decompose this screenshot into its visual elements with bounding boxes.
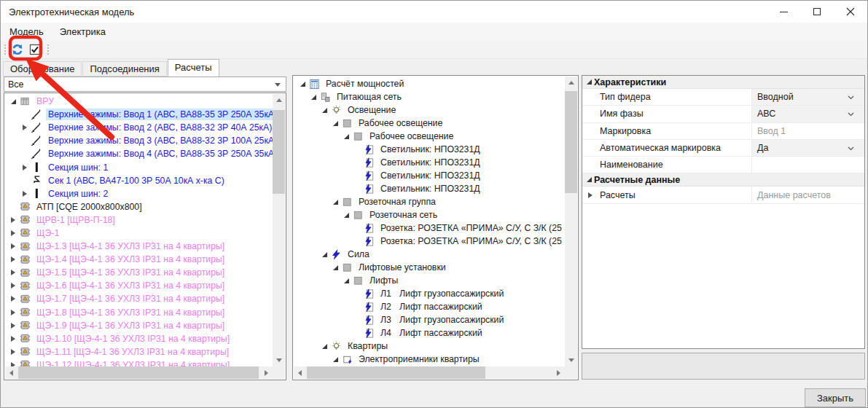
scrollbar-thumb[interactable] <box>273 110 285 194</box>
tree-item[interactable]: Л3Лифт грузопассажирский <box>294 313 565 326</box>
tree-item[interactable]: Светильник: НПО3231Д <box>294 143 565 156</box>
vertical-scrollbar[interactable] <box>565 76 577 366</box>
tree-item[interactable]: Верхние зажимы: Ввод 3 (АВС, ВА88-32 3Р … <box>5 134 273 147</box>
tree-expander-icon[interactable] <box>341 134 351 139</box>
scrollbar-thumb[interactable] <box>565 91 577 193</box>
tree-expander-icon[interactable] <box>8 256 18 262</box>
property-section-header[interactable]: Характеристики <box>582 76 864 89</box>
property-value[interactable]: Данные расчетов <box>752 187 864 203</box>
tree-item[interactable]: Сек 1 (АВС, ВА47-100 3Р 50А 10кА х-ка С) <box>5 174 273 187</box>
tree-expander-icon[interactable] <box>330 357 340 362</box>
tree-item[interactable]: Светильник: НПО3231Д <box>294 182 565 195</box>
tree-expander-icon[interactable] <box>8 243 18 249</box>
scroll-down-button[interactable] <box>273 354 285 366</box>
tree-item[interactable]: АТП [CQE 2000x800x800] <box>5 200 273 213</box>
tree-expander-icon[interactable] <box>341 213 351 218</box>
tree-item[interactable]: Лифтовые установки <box>294 261 565 274</box>
property-dropdown[interactable]: АВС <box>752 106 864 122</box>
menu-item[interactable]: Электрика <box>52 26 113 37</box>
horizontal-scrollbar[interactable] <box>5 366 273 379</box>
toolbar-grip[interactable] <box>46 43 50 56</box>
tree-item[interactable]: ЩЭ-1.9 [ЩЭ-4-1 36 УХЛ3 IP31 на 4 квартир… <box>5 319 273 332</box>
tree-item[interactable]: ЩЭ-1.4 [ЩЭ-4-1 36 УХЛ3 IP31 на 4 квартир… <box>5 253 273 266</box>
tree-item[interactable]: Секция шин: 1 <box>5 160 273 173</box>
tree-item[interactable]: Розетка: РОЗЕТКА «ПРИМА» С/У, С З/К (25 <box>294 235 565 248</box>
tree-expander-icon[interactable] <box>8 323 18 329</box>
tree-item[interactable]: Освещение <box>294 103 565 117</box>
tree-item[interactable]: Светильник: НПО3231Д <box>294 169 565 182</box>
tree-expander-icon[interactable] <box>8 349 18 355</box>
scroll-right-button[interactable] <box>552 366 565 379</box>
tree-item[interactable]: ЩЭ-1.5 [ЩЭ-4-1 36 УХЛ3 IP31 на 4 квартир… <box>5 266 273 279</box>
refresh-button[interactable] <box>9 42 26 58</box>
tree-expander-icon[interactable] <box>330 265 340 270</box>
tree-expander-icon[interactable] <box>8 336 18 342</box>
tree-item[interactable]: Расчёт мощностей <box>294 77 565 90</box>
tree-item[interactable]: ЩРВ-1 [ЩРВ-П-18] <box>5 213 273 227</box>
filter-combobox[interactable]: Все <box>4 76 286 92</box>
tree-item[interactable]: Сила <box>294 248 565 261</box>
tree-item[interactable]: Лифты <box>294 274 565 287</box>
close-button[interactable]: Закрыть <box>805 388 866 407</box>
scroll-down-button[interactable] <box>565 354 577 366</box>
tree-item[interactable]: ЩЭ-1.8 [ЩЭ-4-1 36 УХЛ3 IP31 на 4 квартир… <box>5 306 273 319</box>
tree-item[interactable]: ВРУ <box>5 95 273 108</box>
tree-item[interactable]: ЩЭ-1.7 [ЩЭ-4-1 36 УХЛ3 IP31 на 4 квартир… <box>5 292 273 305</box>
property-value[interactable]: Ввод 1 <box>752 123 864 139</box>
tree-item[interactable]: Л1Лифт грузопассажирский <box>294 287 565 300</box>
tree-expander-icon[interactable] <box>341 278 351 283</box>
tree-item[interactable]: Л2Лифт пассажирский <box>294 300 565 313</box>
tree-expander-icon[interactable] <box>8 310 18 315</box>
tree-expander-icon[interactable] <box>319 252 329 257</box>
tree-item[interactable]: Розетка: РОЗЕТКА «ПРИМА» С/У, С З/К (25 <box>294 221 565 235</box>
tree-expander-icon[interactable] <box>8 99 18 104</box>
property-value[interactable] <box>752 157 864 173</box>
scroll-left-button[interactable] <box>5 366 17 379</box>
property-section-header[interactable]: Расчетные данные <box>582 173 864 187</box>
tree-expander-icon[interactable] <box>20 191 30 197</box>
tree-item[interactable]: ЩЭ-1 <box>5 227 273 240</box>
tree-item[interactable]: ЩЭ-1.10 [ЩЭ-4-1 36 УХЛ3 IP31 на 4 кварти… <box>5 332 273 345</box>
vertical-scrollbar[interactable] <box>273 94 285 366</box>
tree-item[interactable]: Электроприемники квартиры <box>294 353 565 366</box>
tree-item[interactable]: ЩЭ-1.3 [ЩЭ-4-1 36 УХЛ3 IP31 на 4 квартир… <box>5 240 273 253</box>
tree-expander-icon[interactable] <box>8 283 18 289</box>
tree-expander-icon[interactable] <box>330 121 340 126</box>
scroll-up-button[interactable] <box>273 94 285 106</box>
maximize-button[interactable] <box>800 1 834 23</box>
property-dropdown[interactable]: Да <box>752 140 864 156</box>
tree-item[interactable]: Рабочее освещение <box>294 130 565 143</box>
menu-item[interactable]: Модель <box>2 26 51 37</box>
section-expander-icon[interactable] <box>584 177 594 182</box>
tree-item[interactable]: Верхние зажимы: Ввод 4 (АВС, ВА88-35 3Р … <box>5 147 273 160</box>
toolbar-grip[interactable] <box>3 43 7 56</box>
tree-item[interactable]: Розеточная сеть <box>294 208 565 221</box>
tree-item[interactable]: ЩЭ-1.11 [ЩЭ-4-1 36 УХЛ3 IP31 на 4 кварти… <box>5 345 273 358</box>
tree-item[interactable]: Л4Лифт пассажирский <box>294 326 565 340</box>
tree-item[interactable]: Квартиры <box>294 340 565 353</box>
tree-expander-icon[interactable] <box>8 296 18 302</box>
tree-expander-icon[interactable] <box>8 230 18 236</box>
scroll-left-button[interactable] <box>294 366 306 379</box>
tab[interactable]: Расчеты <box>168 59 219 76</box>
tree-expander-icon[interactable] <box>8 217 18 223</box>
scrollbar-thumb[interactable] <box>18 366 259 379</box>
tree-expander-icon[interactable] <box>319 344 329 349</box>
tab[interactable]: Подсоединения <box>82 61 166 76</box>
tree-item[interactable]: ЩЭ-1.12 [ЩЭ-4-1 36 УХЛ3 IP31 на 4 кварти… <box>5 358 273 366</box>
row-expander-icon[interactable] <box>585 192 595 198</box>
scrollbar-thumb[interactable] <box>307 366 485 379</box>
tree-item[interactable]: Секция шин: 2 <box>5 187 273 200</box>
tree-expander-icon[interactable] <box>297 82 308 87</box>
tree-item[interactable]: Верхние зажимы: Ввод 2 (АВС, ВА88-32 3Р … <box>5 121 273 134</box>
tab[interactable]: Оборудование <box>3 61 82 76</box>
property-dropdown[interactable]: Вводной <box>752 89 864 105</box>
tree-expander-icon[interactable] <box>308 95 318 100</box>
tree-item[interactable]: ЩЭ-1.6 [ЩЭ-4-1 36 УХЛ3 IP31 на 4 квартир… <box>5 279 273 292</box>
check-model-button[interactable] <box>26 42 44 58</box>
scroll-right-button[interactable] <box>260 366 273 379</box>
close-window-button[interactable] <box>834 1 867 23</box>
tree-item[interactable]: Питающая сеть <box>294 90 565 103</box>
tree-expander-icon[interactable] <box>20 165 30 170</box>
section-expander-icon[interactable] <box>584 79 594 85</box>
